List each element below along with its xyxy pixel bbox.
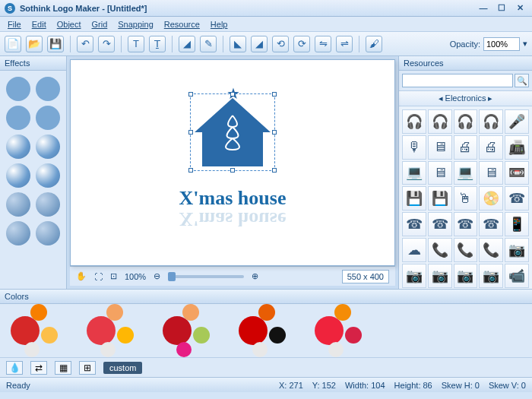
resource-item[interactable]: 🖥 (428, 135, 452, 160)
resource-item[interactable]: 💻 (454, 161, 478, 185)
resource-search-input[interactable] (402, 74, 513, 87)
resource-category[interactable]: ◂ Electronics ▸ (399, 90, 532, 106)
color-cluster[interactable] (85, 304, 138, 357)
menu-object[interactable]: Object (52, 18, 86, 30)
resource-item[interactable]: 🖨 (479, 135, 503, 160)
resource-item[interactable]: 📷 (402, 264, 426, 288)
grid-icon[interactable]: ⊞ (79, 361, 96, 375)
swap-icon[interactable]: ⇄ (30, 361, 47, 375)
resource-item[interactable]: 💾 (402, 186, 426, 211)
fit-icon[interactable]: ⛶ (94, 272, 103, 281)
effect-item[interactable] (6, 135, 30, 159)
resource-item[interactable]: ☎ (454, 212, 478, 236)
cat-prev-icon[interactable]: ◂ (439, 93, 443, 103)
effect-item[interactable] (36, 192, 60, 217)
resource-item[interactable]: 🎧 (479, 109, 503, 134)
effect-item[interactable] (36, 221, 60, 245)
resource-item[interactable]: ☁ (402, 238, 426, 262)
resource-item[interactable]: 📞 (428, 238, 452, 262)
effect-item[interactable] (36, 135, 60, 159)
opacity-dropdown-icon[interactable]: ▾ (523, 39, 527, 49)
hand-tool-icon[interactable]: ✋ (76, 271, 87, 281)
effect-item[interactable] (6, 106, 30, 130)
close-button[interactable]: ✕ (512, 3, 527, 14)
menu-resource[interactable]: Resource (160, 18, 204, 30)
resource-item[interactable]: 🖥 (428, 161, 452, 185)
effect-item[interactable] (6, 163, 30, 188)
resource-item[interactable]: 📠 (505, 135, 529, 160)
resource-item[interactable]: 📞 (454, 238, 478, 262)
effect-item[interactable] (6, 192, 30, 217)
resource-item[interactable]: 🖨 (454, 135, 478, 160)
search-icon[interactable]: 🔍 (515, 74, 529, 87)
new-button[interactable]: 📄 (5, 36, 21, 52)
custom-button[interactable]: custom (103, 362, 142, 374)
menu-edit[interactable]: Edit (27, 18, 51, 30)
resource-item[interactable]: 📷 (454, 264, 478, 288)
rotate1-button[interactable]: ⟲ (272, 36, 289, 52)
resource-item[interactable]: 🎧 (402, 109, 426, 134)
resource-item[interactable]: 🖱 (454, 186, 478, 211)
resource-item[interactable]: 🎧 (454, 109, 478, 134)
resource-item[interactable]: 🎧 (428, 109, 452, 134)
resource-item[interactable]: 🖥 (479, 161, 503, 185)
color-cluster[interactable] (161, 304, 214, 357)
undo-button[interactable]: ↶ (77, 36, 93, 52)
logo-text[interactable]: X'mas house (179, 187, 287, 210)
resource-item[interactable]: 📱 (505, 212, 529, 236)
mirror2-button[interactable]: ⇌ (336, 36, 353, 52)
resource-item[interactable]: 🎤 (505, 109, 529, 134)
palette-icon[interactable]: ▦ (55, 361, 71, 375)
selection-handles[interactable] (190, 93, 275, 171)
eyedropper-icon[interactable]: 💧 (6, 361, 23, 375)
effect-item[interactable] (6, 221, 30, 245)
mirror1-button[interactable]: ⇋ (315, 36, 331, 52)
zoom-slider[interactable] (168, 275, 244, 278)
resource-item[interactable]: ☎ (479, 212, 503, 236)
cat-next-icon[interactable]: ▸ (488, 93, 492, 103)
actual-icon[interactable]: ⊡ (110, 271, 117, 281)
logo-object[interactable]: ★ (195, 98, 271, 166)
flip1-button[interactable]: ◣ (230, 36, 246, 52)
open-button[interactable]: 📂 (26, 36, 43, 52)
redo-button[interactable]: ↷ (98, 36, 115, 52)
resource-item[interactable]: 📷 (428, 264, 452, 288)
canvas[interactable]: ★ X'mas house X'mas house (70, 59, 395, 266)
effect-item[interactable] (36, 77, 60, 101)
canvas-dimensions[interactable]: 550 x 400 (342, 270, 389, 283)
minimize-button[interactable]: — (476, 3, 491, 14)
text-button[interactable]: T (128, 36, 144, 52)
menu-snapping[interactable]: Snapping (113, 18, 158, 30)
resource-item[interactable]: 💾 (428, 186, 452, 211)
shape2-button[interactable]: ✎ (200, 36, 217, 52)
shape1-button[interactable]: ◢ (179, 36, 195, 52)
resource-item[interactable]: 🎙 (402, 135, 426, 160)
textpath-button[interactable]: Ṯ (149, 36, 166, 52)
flip2-button[interactable]: ◢ (251, 36, 268, 52)
resource-item[interactable]: 📀 (479, 186, 503, 211)
resource-item[interactable]: 💻 (402, 161, 426, 185)
menu-help[interactable]: Help (206, 18, 233, 30)
zoom-in-icon[interactable]: ⊕ (252, 271, 258, 281)
color-cluster[interactable] (313, 304, 366, 357)
resource-item[interactable]: ☎ (428, 212, 452, 236)
effect-item[interactable] (36, 106, 60, 130)
resource-item[interactable]: 📷 (479, 264, 503, 288)
opacity-input[interactable] (483, 37, 520, 51)
resource-item[interactable]: ☎ (505, 186, 529, 211)
resource-item[interactable]: 📹 (505, 264, 529, 288)
resource-item[interactable]: ☎ (402, 212, 426, 236)
effect-item[interactable] (6, 77, 30, 101)
color-cluster[interactable] (237, 304, 290, 357)
menu-grid[interactable]: Grid (87, 18, 112, 30)
effect-item[interactable] (36, 163, 60, 188)
color-cluster[interactable] (9, 304, 62, 357)
brush-button[interactable]: 🖌 (366, 36, 382, 52)
maximize-button[interactable]: ☐ (494, 3, 509, 14)
menu-file[interactable]: File (3, 18, 26, 30)
resource-item[interactable]: 📷 (505, 238, 529, 262)
resource-item[interactable]: 📼 (505, 161, 529, 185)
rotate2-button[interactable]: ⟳ (293, 36, 310, 52)
resource-item[interactable]: 📞 (479, 238, 503, 262)
save-button[interactable]: 💾 (47, 36, 64, 52)
